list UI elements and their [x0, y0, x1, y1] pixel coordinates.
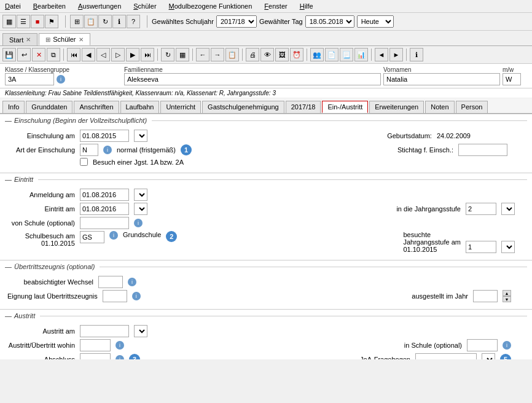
von-schule-info[interactable]: i — [134, 219, 143, 227]
eignung-input[interactable] — [103, 290, 127, 302]
besuchte-input[interactable] — [466, 241, 496, 253]
menu-hilfe[interactable]: Hilfe — [297, 1, 316, 11]
tag-select[interactable]: 18.05.2018 — [305, 15, 354, 28]
menu-modul[interactable]: Modulbezogene Funktionen — [166, 1, 255, 11]
tb2-group[interactable]: 👥 — [310, 48, 324, 61]
inner-tab-unterricht[interactable]: Unterricht — [160, 101, 201, 113]
tb-table-btn[interactable]: ⊞ — [70, 15, 84, 28]
circle-5[interactable]: 5 — [500, 354, 511, 359]
tb2-back[interactable]: ← — [196, 48, 209, 61]
circle-3[interactable]: 3 — [129, 354, 140, 359]
einschulung-am-select[interactable]: ▼ — [134, 130, 147, 142]
wohin-info[interactable]: i — [115, 341, 124, 350]
joa-input[interactable] — [415, 353, 477, 359]
inner-tab-2017[interactable]: 2017/18 — [286, 101, 321, 113]
menu-fenster[interactable]: Fenster — [262, 1, 289, 11]
inner-tab-anschriften[interactable]: Anschriften — [74, 101, 119, 113]
inner-tab-gastschul[interactable]: Gastschulgenehmigung — [202, 101, 284, 113]
abschluss-input[interactable] — [80, 353, 111, 359]
jahrgangsstufe-input[interactable] — [466, 203, 496, 215]
wechsel-input[interactable] — [98, 276, 123, 288]
inner-tab-info[interactable]: Info — [2, 101, 25, 113]
tb2-delete[interactable]: ✕ — [32, 48, 45, 61]
tab-start[interactable]: Start ✕ — [2, 33, 37, 45]
tb2-forward[interactable]: → — [211, 48, 224, 61]
menu-bearbeiten[interactable]: Bearbeiten — [31, 1, 68, 11]
eignung-info[interactable]: i — [132, 292, 141, 300]
klasse-info-icon[interactable]: i — [57, 75, 65, 84]
besuch-checkbox[interactable] — [80, 158, 88, 166]
inner-tab-einaustritt[interactable]: Ein-/Austritt — [322, 101, 368, 113]
tb-export-btn[interactable]: 📋 — [84, 15, 98, 28]
tb2-last[interactable]: ⏭ — [141, 48, 154, 61]
tb-info-btn[interactable]: ℹ — [112, 15, 126, 28]
von-schule-input[interactable] — [80, 217, 129, 229]
tb2-print[interactable]: 🖨 — [246, 48, 259, 61]
tb2-info2[interactable]: ℹ — [410, 48, 423, 61]
tb-question-btn[interactable]: ? — [127, 15, 140, 28]
inner-tab-laufbahn[interactable]: Laufbahn — [120, 101, 160, 113]
tb2-refresh[interactable]: ↻ — [161, 48, 174, 61]
anmeldung-input[interactable] — [80, 189, 129, 201]
inner-tab-erweiterungen[interactable]: Erweiterungen — [369, 101, 424, 113]
tb2-first[interactable]: ⏮ — [67, 48, 80, 61]
tb2-next[interactable]: ▶ — [126, 48, 139, 61]
schuljahr-select[interactable]: 2017/18 — [216, 15, 257, 28]
tb2-clip[interactable]: 📋 — [225, 48, 239, 61]
tab-start-close[interactable]: ✕ — [26, 36, 31, 43]
tb-red-btn[interactable]: ■ — [31, 15, 44, 28]
tb2-undo[interactable]: ↩ — [17, 48, 31, 61]
tb2-clock[interactable]: ⏰ — [290, 48, 303, 61]
inner-tab-noten[interactable]: Noten — [425, 101, 454, 113]
klasse-input[interactable] — [5, 73, 54, 85]
austritt-am-select[interactable]: ▼ — [134, 325, 147, 337]
tb2-left-arrow[interactable]: ◄ — [375, 48, 388, 61]
jahrgangsstufe-select[interactable]: ▼ — [501, 203, 515, 215]
tb2-chart[interactable]: 📊 — [354, 48, 368, 61]
besuchte-select[interactable]: ▼ — [501, 241, 515, 253]
circle-2[interactable]: 2 — [166, 231, 177, 242]
vornamen-input[interactable] — [383, 73, 500, 85]
tb2-copy[interactable]: ⧉ — [47, 48, 60, 61]
inner-tab-grunddaten[interactable]: Grunddaten — [26, 101, 72, 113]
tb2-right-arrow[interactable]: ► — [389, 48, 403, 61]
stichtag-input[interactable] — [458, 144, 507, 156]
tb2-eye[interactable]: 👁 — [260, 48, 274, 61]
in-schule-input[interactable] — [467, 339, 498, 351]
tb-flag-btn[interactable]: ⚑ — [45, 15, 58, 28]
tb2-doc2[interactable]: 📃 — [340, 48, 353, 61]
circle-1[interactable]: 1 — [181, 144, 192, 155]
tb2-save[interactable]: 💾 — [2, 48, 16, 61]
tab-schueler[interactable]: ⊞ Schüler ✕ — [39, 33, 90, 45]
mw-input[interactable] — [503, 73, 521, 85]
joa-select[interactable]: ▼ — [482, 353, 495, 359]
wohin-input[interactable] — [80, 339, 111, 351]
tb-list-btn[interactable]: ☰ — [17, 15, 30, 28]
art-info-icon[interactable]: i — [103, 146, 112, 154]
einschulung-am-input[interactable] — [80, 130, 129, 142]
menu-datei[interactable]: Datei — [2, 1, 23, 11]
tab-schueler-close[interactable]: ✕ — [79, 36, 84, 43]
tb2-prev[interactable]: ◀ — [82, 48, 95, 61]
anmeldung-select[interactable]: ▼ — [134, 189, 147, 201]
tb2-next2[interactable]: ▷ — [111, 48, 125, 61]
inner-tab-person[interactable]: Person — [456, 101, 488, 113]
tb2-prev2[interactable]: ◁ — [96, 48, 110, 61]
ausgestellt-down[interactable]: ▼ — [503, 296, 511, 302]
ausgestellt-input[interactable] — [473, 290, 498, 302]
schulbesuch-info[interactable]: i — [109, 231, 118, 240]
ausgestellt-up[interactable]: ▲ — [503, 290, 511, 296]
tb2-doc[interactable]: 📄 — [325, 48, 338, 61]
abschluss-info[interactable]: i — [115, 355, 124, 359]
austritt-am-input[interactable] — [80, 325, 129, 337]
wechsel-info[interactable]: i — [128, 278, 136, 286]
familienname-input[interactable] — [124, 73, 381, 85]
eintritt-am-input[interactable] — [80, 203, 129, 215]
tb2-filter[interactable]: ▦ — [176, 48, 189, 61]
menu-auswertungen[interactable]: Auswertungen — [76, 1, 123, 11]
menu-schueler[interactable]: Schüler — [131, 1, 158, 11]
tb2-img[interactable]: 🖼 — [275, 48, 289, 61]
tb-arrow-btn[interactable]: ↻ — [98, 15, 112, 28]
eintritt-am-select[interactable]: ▼ — [134, 203, 147, 215]
schulbesuch-input[interactable] — [80, 231, 104, 243]
